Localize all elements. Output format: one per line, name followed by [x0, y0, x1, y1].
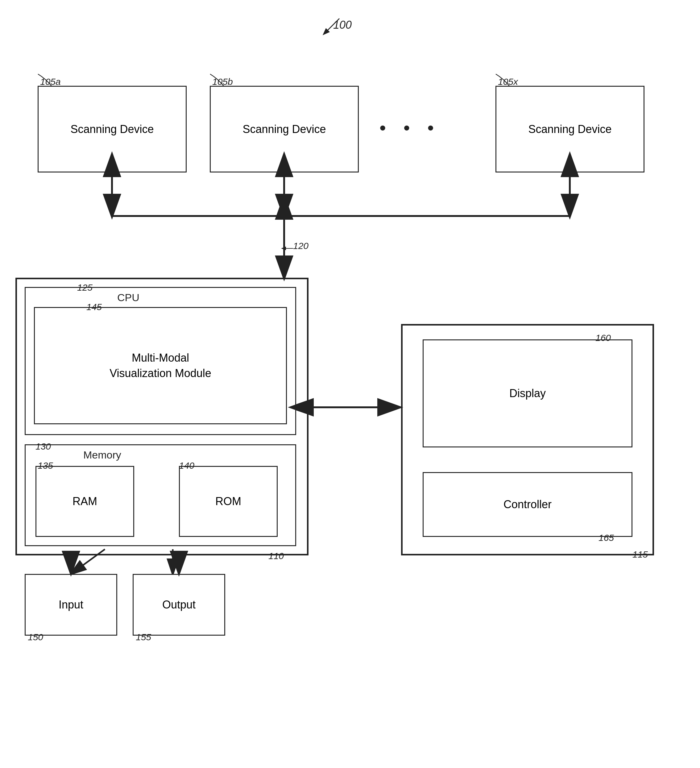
scanning-device-a: Scanning Device [38, 86, 187, 173]
visualization-module-box: Multi-Modal Visualization Module [34, 307, 287, 424]
ref-110: 110 [268, 551, 284, 561]
display-box: Display [423, 339, 633, 447]
ref-115: 115 [633, 549, 648, 560]
scanning-device-x: Scanning Device [495, 86, 644, 173]
ref-160: 160 [595, 333, 611, 343]
controller-box: Controller [423, 472, 633, 537]
svg-line-12 [324, 19, 339, 34]
ref-125: 125 [77, 282, 93, 293]
ref-145: 145 [86, 302, 102, 312]
ref-130: 130 [35, 441, 51, 452]
module-label-line1: Multi-Modal [132, 350, 189, 366]
ref-140: 140 [179, 460, 194, 471]
output-box: Output [133, 574, 225, 636]
memory-label: Memory [83, 449, 121, 461]
ram-box: RAM [35, 466, 134, 537]
rom-box: ROM [179, 466, 278, 537]
input-box: Input [25, 574, 117, 636]
ref-150: 150 [28, 632, 43, 642]
ellipsis-dots: • • • [379, 117, 440, 139]
ref-155: 155 [136, 632, 151, 642]
module-label-line2: Visualization Module [110, 366, 211, 381]
ref-135: 135 [38, 460, 53, 471]
scanning-device-b: Scanning Device [210, 86, 359, 173]
cpu-label: CPU [117, 291, 139, 304]
ref-165: 165 [598, 533, 614, 543]
